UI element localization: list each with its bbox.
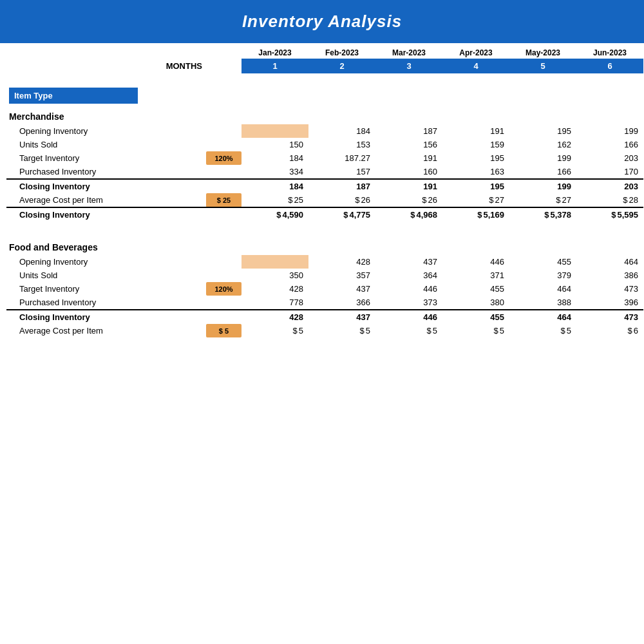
header-num-row: MONTHS 1 2 3 4 5 6 (6, 59, 643, 73)
table-container: Jan-2023 Feb-2023 Mar-2023 Apr-2023 May-… (0, 46, 644, 337)
header-month-apr: Apr-2023 (442, 46, 509, 59)
merchandise-label: Merchandise (6, 106, 242, 124)
header-num-3: 3 (375, 59, 442, 73)
header-empty-label (6, 46, 206, 59)
merch-avg-cost-prefix: $ 25 (206, 193, 242, 207)
merch-units-mar: 156 (375, 138, 442, 151)
item-type-cell: Item Type (6, 81, 242, 106)
food-closing-units-apr: 455 (442, 310, 509, 324)
food-target-mar: 446 (375, 282, 442, 296)
merch-target-jun: 203 (576, 151, 643, 165)
merch-opening-feb: 184 (308, 124, 375, 138)
food-units-prefix (206, 269, 242, 282)
merch-target-mar: 191 (375, 151, 442, 165)
food-target-apr: 455 (442, 282, 509, 296)
merch-purchased-may: 166 (509, 165, 576, 179)
food-purchased-feb: 366 (308, 296, 375, 310)
item-type-label: Item Type (9, 88, 138, 104)
food-avg-cost-label: Average Cost per Item (6, 324, 206, 337)
header-num-6: 6 (576, 59, 643, 73)
food-opening-prefix (206, 255, 242, 269)
merch-units-jan: 150 (242, 138, 308, 151)
merch-closing-dollar-jun: $5,595 (576, 207, 643, 222)
food-units-jan: 350 (242, 269, 308, 282)
merch-opening-apr: 191 (442, 124, 509, 138)
merch-purchased-row: Purchased Inventory 334 157 160 163 166 … (6, 165, 643, 179)
food-closing-units-row: Closing Inventory 428 437 446 455 464 47… (6, 310, 643, 324)
food-avg-cost-jun: $6 (576, 324, 643, 337)
food-closing-units-prefix (206, 310, 242, 324)
merch-units-label: Units Sold (6, 138, 206, 151)
merch-closing-dollar-label: Closing Inventory (6, 207, 206, 222)
merch-purchased-label: Purchased Inventory (6, 165, 206, 179)
merch-opening-row: Opening Inventory 184 187 191 195 199 (6, 124, 643, 138)
merch-avg-cost-jun: $28 (576, 193, 643, 207)
merch-closing-units-label: Closing Inventory (6, 179, 206, 193)
food-opening-jan (242, 255, 308, 269)
food-purchased-jan: 778 (242, 296, 308, 310)
merch-units-jun: 166 (576, 138, 643, 151)
food-category-row: Food and Beverages (6, 237, 643, 255)
page-wrapper: Inventory Analysis Jan-2023 Feb-2023 Mar… (0, 0, 644, 337)
food-purchased-may: 388 (509, 296, 576, 310)
food-closing-units-jan: 428 (242, 310, 308, 324)
merch-avg-cost-may: $27 (509, 193, 576, 207)
food-empty (242, 237, 643, 255)
merch-purchased-jun: 170 (576, 165, 643, 179)
food-purchased-jun: 396 (576, 296, 643, 310)
header-num-prefix-empty (206, 59, 242, 73)
merch-opening-jun: 199 (576, 124, 643, 138)
merch-opening-mar: 187 (375, 124, 442, 138)
merch-avg-cost-jan: $25 (242, 193, 308, 207)
merch-units-feb: 153 (308, 138, 375, 151)
food-units-feb: 357 (308, 269, 375, 282)
food-opening-may: 455 (509, 255, 576, 269)
merch-opening-may: 195 (509, 124, 576, 138)
item-type-empty (242, 81, 643, 106)
food-units-apr: 371 (442, 269, 509, 282)
merch-opening-prefix (206, 124, 242, 138)
merch-closing-dollar-apr: $5,169 (442, 207, 509, 222)
food-target-jan: 428 (242, 282, 308, 296)
food-target-jun: 473 (576, 282, 643, 296)
merch-closing-dollar-jan: $4,590 (242, 207, 308, 222)
item-type-row: Item Type (6, 81, 643, 106)
merch-purchased-mar: 160 (375, 165, 442, 179)
food-target-label: Target Inventory (6, 282, 206, 296)
food-units-label: Units Sold (6, 269, 206, 282)
food-avg-cost-jan: $5 (242, 324, 308, 337)
merch-avg-cost-mar: $26 (375, 193, 442, 207)
food-avg-cost-may: $5 (509, 324, 576, 337)
food-units-mar: 364 (375, 269, 442, 282)
food-closing-units-may: 464 (509, 310, 576, 324)
merch-units-prefix (206, 138, 242, 151)
merch-opening-label: Opening Inventory (6, 124, 206, 138)
food-target-feb: 437 (308, 282, 375, 296)
merch-closing-dollar-feb: $4,775 (308, 207, 375, 222)
header-num-2: 2 (308, 59, 375, 73)
merchandise-empty (242, 106, 643, 124)
merch-avg-cost-label: Average Cost per Item (6, 193, 206, 207)
food-target-prefix: 120% (206, 282, 242, 296)
merch-target-apr: 195 (442, 151, 509, 165)
merch-units-apr: 159 (442, 138, 509, 151)
food-avg-cost-row: Average Cost per Item $ 5 $5 $5 $5 $5 $5… (6, 324, 643, 337)
food-purchased-mar: 373 (375, 296, 442, 310)
header-num-4: 4 (442, 59, 509, 73)
merchandise-category-row: Merchandise (6, 106, 643, 124)
food-units-may: 379 (509, 269, 576, 282)
food-label: Food and Beverages (6, 237, 242, 255)
merch-opening-jan (242, 124, 308, 138)
merch-target-jan: 184 (242, 151, 308, 165)
header-month-feb: Feb-2023 (308, 46, 375, 59)
food-target-row: Target Inventory 120% 428 437 446 455 46… (6, 282, 643, 296)
food-closing-units-mar: 446 (375, 310, 442, 324)
header-empty-prefix (206, 46, 242, 59)
food-units-row: Units Sold 350 357 364 371 379 386 (6, 269, 643, 282)
merch-closing-units-feb: 187 (308, 179, 375, 193)
merch-purchased-jan: 334 (242, 165, 308, 179)
merch-purchased-apr: 163 (442, 165, 509, 179)
page-title: Inventory Analysis (242, 12, 402, 31)
merch-purchased-feb: 157 (308, 165, 375, 179)
header-month-jun: Jun-2023 (576, 46, 643, 59)
